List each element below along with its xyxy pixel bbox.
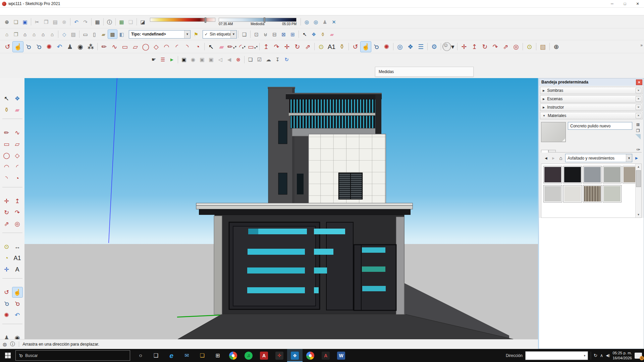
freehand-tool-button[interactable]: ∿ <box>109 42 120 52</box>
account-menu-button[interactable]: ▾ <box>451 42 456 52</box>
scale-button-2[interactable]: ⇗ <box>500 42 511 52</box>
scale-tool[interactable]: ⇗ <box>2 219 12 229</box>
share-model-button[interactable]: ☰ <box>416 42 426 52</box>
preview-sphere-button[interactable]: ◉ <box>189 55 198 64</box>
select-tool-button[interactable]: ↖ <box>300 30 309 39</box>
chrome-icon-2[interactable] <box>303 349 318 362</box>
solid-split-button[interactable]: ⊞ <box>288 30 297 39</box>
refresh-icon[interactable]: ↻ <box>594 353 597 358</box>
outer-shell-button[interactable]: ❑ <box>240 30 249 39</box>
tray-section-row[interactable]: ▶ Escenas ✕ <box>540 95 643 103</box>
material-swatch-dark-asphalt[interactable] <box>543 166 562 183</box>
export-animation-button[interactable]: ► <box>167 55 176 64</box>
date-slider-handle[interactable] <box>205 17 206 23</box>
clear-location-button[interactable]: ✕ <box>329 17 338 26</box>
line-tool[interactable]: ✏ <box>2 128 12 138</box>
view-right-button[interactable]: ⌂ <box>30 30 39 39</box>
maximize-button[interactable]: □ <box>619 0 631 7</box>
select-tool[interactable]: ↖ <box>2 94 12 104</box>
taskbar-clock[interactable]: 05:25 p. m. 16/04/2026 <box>612 351 632 361</box>
solid-union-button[interactable]: ⊎ <box>261 30 270 39</box>
zoom-tool[interactable]: ⚲ <box>2 299 12 309</box>
solid-trim-button[interactable]: ⊠ <box>279 30 288 39</box>
style-xray-button[interactable]: ◇ <box>60 30 69 39</box>
material-swatch-off-white[interactable] <box>563 185 582 202</box>
minimize-button[interactable]: ─ <box>606 0 619 7</box>
material-swatch-black[interactable] <box>563 166 582 183</box>
material-swatch-concrete-pale[interactable] <box>603 185 622 202</box>
section-close-icon[interactable]: ✕ <box>636 88 641 93</box>
material-preview-thumbnail[interactable] <box>541 122 566 142</box>
text-tool[interactable]: A1 <box>12 253 22 263</box>
warehouse-button[interactable]: ❖ <box>405 42 416 52</box>
entity-info-button[interactable]: ☰ <box>158 55 167 64</box>
position-camera-button[interactable]: ♟ <box>65 42 75 52</box>
new-button[interactable]: ⊕ <box>2 17 11 26</box>
measurements-toolbar[interactable]: Medidas <box>375 67 474 77</box>
material-collection-dropdown[interactable]: Asfaltado y revestimientos ▼ <box>565 154 632 162</box>
position-texture-button[interactable]: ⚱ <box>318 30 327 39</box>
model-info-button[interactable]: ⓘ <box>105 17 114 26</box>
zoom-window-tool[interactable]: ⚲ <box>12 299 22 309</box>
material-name-input[interactable]: Concreto pulido nuevo <box>568 122 632 130</box>
scroll-down-icon[interactable]: ▼ <box>636 212 641 218</box>
pie-tool[interactable]: ◔ <box>12 173 22 183</box>
home-button[interactable]: ⌂ <box>558 155 564 161</box>
orbit-tool[interactable]: ↺ <box>2 287 12 297</box>
zoom-button[interactable]: ⚲ <box>23 42 34 52</box>
save-button[interactable]: ▣ <box>20 17 30 26</box>
camera-dolly-button[interactable]: ▣ <box>198 55 207 64</box>
material-swatch-gray[interactable] <box>583 166 602 183</box>
tray-section-row[interactable]: ▶ Sombras ✕ <box>540 87 643 94</box>
paint-bucket-tool[interactable]: ⚱ <box>2 105 12 115</box>
paint-bucket-button[interactable]: ⚱ <box>337 42 347 52</box>
polygon-tool-button[interactable]: ◇ <box>151 42 161 52</box>
rotate-tool[interactable]: ↻ <box>2 207 12 218</box>
model-viewport[interactable] <box>24 78 538 339</box>
push-pull-button-2[interactable]: ↥ <box>469 42 480 52</box>
rotate-button[interactable]: ↻ <box>292 42 303 52</box>
secondary-pane-button[interactable]: ❐ <box>635 128 641 133</box>
zoom-extents-button-2[interactable]: ✺ <box>381 42 392 52</box>
rotated-rectangle-tool[interactable]: ▱ <box>12 139 22 149</box>
cloud-upload-button[interactable]: ☁ <box>264 55 273 64</box>
style-wireframe-button[interactable]: ▭ <box>81 30 90 39</box>
select-arrow-button[interactable]: ↖ <box>206 42 216 52</box>
toggle-shadows-button[interactable]: ◪ <box>138 17 147 26</box>
section-close-icon[interactable]: ✕ <box>636 96 641 102</box>
scroll-up-icon[interactable]: ▲ <box>636 164 641 170</box>
view-top-button[interactable]: ❐ <box>11 30 20 39</box>
toolbar-overflow-button[interactable]: » <box>640 43 643 48</box>
protractor-tool[interactable]: ◔ <box>2 253 12 263</box>
material-swatch-striped[interactable] <box>583 185 602 202</box>
close-button[interactable]: ✕ <box>631 0 644 7</box>
redo-button[interactable]: ↷ <box>81 17 90 26</box>
classification-type-dropdown[interactable]: Tipo: <undefined> ▼ <box>129 30 191 39</box>
follow-me-tool[interactable]: ↷ <box>12 207 22 218</box>
shadow-date-slider[interactable] <box>150 18 215 22</box>
geo-add-location-button[interactable]: ◎ <box>395 42 405 52</box>
toggle-terrain-button[interactable]: ♟ <box>320 17 329 26</box>
import-terrain-button[interactable]: ❏ <box>126 17 135 26</box>
style-monochrome-button[interactable]: ◧ <box>117 30 126 39</box>
forward-button[interactable]: ► <box>550 155 556 161</box>
circle-tool-button[interactable]: ◯ <box>141 42 151 52</box>
eraser-button[interactable]: ▰ <box>216 42 227 52</box>
axes-compass-button[interactable]: ⊕ <box>551 42 561 52</box>
line-tool-button[interactable]: ✏ <box>99 42 109 52</box>
pie-tool-button[interactable]: ◔ <box>193 42 203 52</box>
pan-button-2[interactable]: ☝ <box>361 42 371 52</box>
copy-button[interactable]: ❐ <box>42 17 51 26</box>
import-file-button[interactable]: ❏ <box>246 55 255 64</box>
warehouse-settings-button[interactable]: ⚙ <box>429 42 439 52</box>
material-button[interactable]: ▧ <box>538 42 548 52</box>
start-button[interactable] <box>0 349 15 362</box>
follow-me-button-2[interactable]: ↷ <box>490 42 500 52</box>
style-hidden-line-button[interactable]: ▯ <box>90 30 99 39</box>
style-shaded-textures-button[interactable]: ▩ <box>108 30 117 39</box>
move-tool[interactable]: ✛ <box>2 196 12 206</box>
speaker-icon[interactable]: ◀) <box>606 353 610 358</box>
frustum-lines-button[interactable]: ◁ <box>216 55 225 64</box>
tray-section-materiales[interactable]: ▼ Materiales ✕ <box>540 112 643 119</box>
zoom-window-button[interactable]: ⚲ <box>34 42 44 52</box>
